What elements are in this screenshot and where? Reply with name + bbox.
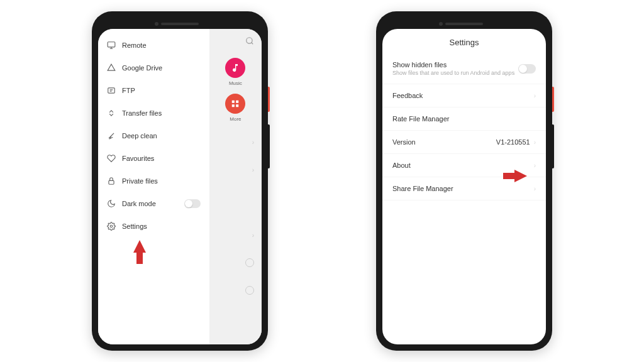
chevron-right-icon: › bbox=[534, 185, 536, 192]
category-row[interactable]: › bbox=[212, 157, 259, 182]
hidden-files-toggle[interactable] bbox=[518, 64, 536, 74]
category-row[interactable]: › bbox=[212, 222, 259, 248]
setting-title: Rate File Manager bbox=[392, 115, 450, 123]
app-tile-music[interactable]: Music bbox=[212, 58, 259, 86]
phone-mockup-left: Remote Google Drive FTP Transfer files D… bbox=[92, 11, 268, 351]
svg-line-7 bbox=[252, 43, 253, 45]
app-tile-more[interactable]: More bbox=[212, 94, 259, 122]
svg-rect-10 bbox=[232, 104, 235, 107]
svg-rect-4 bbox=[109, 180, 114, 184]
broom-icon bbox=[107, 131, 116, 140]
chevron-right-icon: › bbox=[534, 162, 536, 169]
chevron-right-icon: › bbox=[534, 139, 536, 146]
svg-rect-11 bbox=[236, 104, 239, 107]
drawer-item-remote[interactable]: Remote bbox=[98, 34, 209, 57]
music-note-icon bbox=[225, 58, 245, 78]
dark-mode-toggle[interactable] bbox=[184, 199, 201, 208]
drive-icon bbox=[107, 63, 116, 72]
home-partial-view: Music More › › › bbox=[209, 29, 262, 344]
drawer-item-deep-clean[interactable]: Deep clean bbox=[98, 124, 209, 147]
lock-icon bbox=[107, 177, 116, 185]
annotation-arrow-up bbox=[133, 240, 146, 253]
moon-icon bbox=[107, 199, 116, 208]
chevron-right-icon: › bbox=[534, 92, 536, 99]
phone-screen-left: Remote Google Drive FTP Transfer files D… bbox=[98, 29, 262, 344]
ftp-icon bbox=[107, 86, 116, 95]
setting-title: Show hidden files bbox=[392, 61, 514, 69]
chevron-right-icon: › bbox=[252, 139, 254, 146]
drawer-label: Remote bbox=[122, 41, 147, 49]
search-icon[interactable] bbox=[212, 34, 259, 50]
setting-feedback[interactable]: Feedback › bbox=[382, 84, 546, 107]
volume-button bbox=[552, 124, 554, 168]
drawer-label: Dark mode bbox=[122, 200, 156, 207]
transfer-icon bbox=[107, 109, 116, 118]
setting-title: Share File Manager bbox=[392, 185, 453, 192]
drawer-label: FTP bbox=[122, 87, 135, 94]
power-button bbox=[552, 87, 554, 112]
svg-point-6 bbox=[247, 38, 252, 43]
svg-rect-8 bbox=[232, 101, 235, 103]
app-label: Music bbox=[229, 80, 242, 86]
phone-mockup-right: Settings Show hidden files Show files th… bbox=[376, 11, 552, 351]
drawer-item-dark-mode[interactable]: Dark mode bbox=[98, 192, 209, 215]
setting-title: Feedback bbox=[392, 92, 423, 99]
drawer-item-transfer[interactable]: Transfer files bbox=[98, 102, 209, 124]
grid-icon bbox=[225, 94, 245, 114]
drawer-label: Settings bbox=[122, 222, 147, 230]
gear-icon bbox=[107, 222, 116, 231]
svg-rect-0 bbox=[108, 42, 115, 47]
radio-icon bbox=[245, 286, 254, 295]
setting-subtitle: Show files that are used to run Android … bbox=[392, 70, 514, 76]
setting-version[interactable]: Version V1-210551 › bbox=[382, 131, 546, 154]
volume-button bbox=[268, 124, 270, 168]
drawer-item-google-drive[interactable]: Google Drive bbox=[98, 57, 209, 79]
radio-icon bbox=[245, 258, 254, 267]
drawer-item-private-files[interactable]: Private files bbox=[98, 170, 209, 192]
drawer-label: Google Drive bbox=[122, 64, 162, 72]
setting-title: Version bbox=[392, 138, 416, 146]
drawer-label: Favourites bbox=[122, 155, 154, 162]
power-button bbox=[268, 87, 270, 112]
monitor-icon bbox=[107, 41, 116, 50]
setting-show-hidden[interactable]: Show hidden files Show files that are us… bbox=[382, 53, 546, 84]
drawer-item-favourites[interactable]: Favourites bbox=[98, 147, 209, 170]
drawer-item-ftp[interactable]: FTP bbox=[98, 79, 209, 102]
list-row[interactable] bbox=[212, 278, 259, 303]
navigation-drawer: Remote Google Drive FTP Transfer files D… bbox=[98, 29, 209, 344]
app-label: More bbox=[230, 116, 241, 122]
category-row[interactable]: › bbox=[212, 129, 259, 155]
svg-rect-3 bbox=[108, 88, 115, 93]
chevron-right-icon: › bbox=[252, 167, 254, 173]
chevron-right-icon: › bbox=[252, 232, 254, 239]
svg-point-5 bbox=[110, 225, 113, 228]
drawer-label: Deep clean bbox=[122, 132, 157, 140]
page-title: Settings bbox=[382, 29, 546, 53]
setting-title: About bbox=[392, 162, 411, 169]
drawer-label: Transfer files bbox=[122, 109, 162, 117]
setting-rate[interactable]: Rate File Manager bbox=[382, 107, 546, 131]
annotation-arrow-right bbox=[514, 170, 527, 182]
heart-icon bbox=[107, 154, 116, 163]
phone-screen-right: Settings Show hidden files Show files th… bbox=[382, 29, 546, 344]
version-value: V1-210551 bbox=[496, 138, 530, 146]
drawer-item-settings[interactable]: Settings bbox=[98, 215, 209, 238]
svg-rect-9 bbox=[236, 101, 239, 103]
list-row[interactable] bbox=[212, 250, 259, 275]
drawer-label: Private files bbox=[122, 177, 158, 185]
